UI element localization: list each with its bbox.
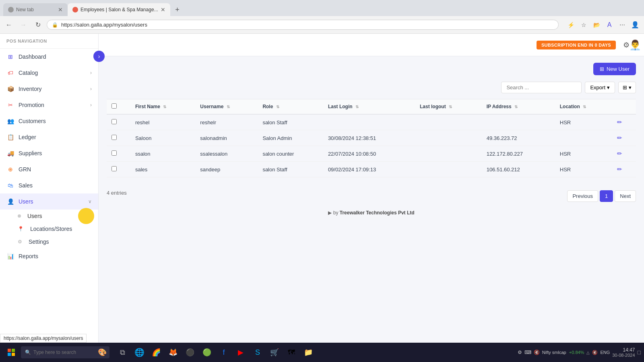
taskbar-skype[interactable]: S — [250, 344, 266, 360]
row-2-username: salonadmin — [195, 130, 258, 146]
row-3-firstname: ssalon — [130, 146, 195, 162]
row-4-last-logout — [415, 162, 482, 177]
avatar[interactable]: 👨‍💼 — [628, 38, 642, 52]
tab-salon[interactable]: Employees | Salon & Spa Manage... ✕ — [68, 3, 170, 16]
start-button[interactable] — [3, 344, 19, 360]
collections-button[interactable]: 📂 — [591, 19, 602, 31]
favorites-button[interactable]: ☆ — [578, 19, 589, 31]
up-arrow[interactable]: △ — [586, 350, 590, 355]
row-4-ip: 106.51.60.212 — [482, 162, 555, 177]
previous-button[interactable]: Previous — [567, 190, 598, 202]
sort-username[interactable]: ⇅ — [227, 105, 230, 109]
sidebar-sub-locations[interactable]: 📍 Locations/Stores — [0, 222, 98, 235]
location-dot: 📍 — [18, 226, 24, 232]
row-4-checkbox[interactable] — [111, 166, 117, 171]
sort-ip[interactable]: ⇅ — [514, 105, 518, 109]
mute-icon[interactable]: 🔇 — [592, 350, 598, 355]
row-4-role: salon Staff — [258, 162, 323, 177]
taskbar-files[interactable]: 📁 — [300, 344, 316, 360]
forward-button[interactable]: → — [18, 19, 29, 31]
sidebar-label-catalog: Catalog — [19, 70, 38, 76]
sidebar-item-customers[interactable]: 👥 Customers — [0, 113, 98, 129]
new-tab-button[interactable]: + — [172, 4, 183, 15]
svg-rect-2 — [8, 353, 11, 356]
tab-close-2[interactable]: ✕ — [161, 6, 165, 13]
new-user-button[interactable]: ⊞ Next New User — [593, 63, 636, 75]
sort-last-logout[interactable]: ⇅ — [449, 105, 452, 109]
sidebar-item-ledger[interactable]: 📋 Ledger — [0, 129, 98, 145]
profile-button[interactable]: A — [604, 19, 615, 31]
sidebar-item-promotion[interactable]: ✂ Promotion › — [0, 97, 98, 113]
tab-close-1[interactable]: ✕ — [58, 6, 63, 13]
tab-new-tab[interactable]: New tab ✕ — [3, 3, 68, 16]
search-input[interactable] — [501, 82, 582, 93]
svg-rect-3 — [12, 353, 15, 356]
taskbar-clock[interactable]: 14:47 30-08-2024 — [612, 347, 635, 358]
row-1-last-logout — [415, 114, 482, 130]
export-button[interactable]: Export ▾ — [585, 82, 615, 93]
row-2-firstname: Saloon — [130, 130, 195, 146]
edge-profile[interactable]: 👤 — [630, 19, 641, 31]
row-2-checkbox[interactable] — [111, 135, 117, 140]
footer-text: ▶ by — [328, 210, 339, 216]
taskbar-search-input[interactable] — [33, 350, 94, 355]
taskbar-store[interactable]: 🛒 — [266, 344, 283, 360]
row-4-edit-button[interactable]: ✏ — [617, 166, 622, 173]
row-3-checkbox[interactable] — [111, 150, 117, 156]
taskbar-colorful[interactable]: 🌈 — [148, 344, 164, 360]
extensions-button[interactable]: ⚡ — [565, 19, 576, 31]
refresh-button[interactable]: ↻ — [32, 19, 43, 31]
taskbar-indicators: ⚙ ⌨ 🔇 — [518, 350, 540, 355]
row-1-edit-button[interactable]: ✏ — [617, 119, 622, 126]
sidebar-label-sales: Sales — [19, 182, 33, 189]
row-1-checkbox[interactable] — [111, 119, 117, 124]
select-all-checkbox[interactable] — [111, 103, 117, 109]
sort-last-login[interactable]: ⇅ — [355, 105, 359, 109]
row-3-username: ssalessalon — [195, 146, 258, 162]
more-button[interactable]: ⋯ — [617, 19, 628, 31]
address-bar[interactable]: 🔒 https://salon.galla.app/mysalon/users — [47, 20, 559, 30]
taskbar-chrome[interactable]: 🟢 — [199, 344, 215, 360]
svg-rect-1 — [12, 349, 15, 352]
sidebar-item-dashboard[interactable]: ⊞ Dashboard — [0, 49, 98, 65]
taskbar-maps[interactable]: 🗺 — [283, 344, 299, 360]
sidebar-item-catalog[interactable]: 🏷 Catalog › — [0, 65, 98, 81]
sidebar-item-inventory[interactable]: 📦 Inventory › — [0, 81, 98, 97]
taskbar-red-circle[interactable]: ⚫ — [182, 344, 198, 360]
ledger-icon: 📋 — [6, 133, 14, 141]
sidebar-item-reports[interactable]: 📊 Reports — [0, 248, 98, 264]
speaker-icon[interactable]: 🔇 — [534, 350, 540, 355]
taskbar-search[interactable]: 🔍 🎨 — [21, 346, 109, 358]
sub-label-users: Users — [27, 213, 42, 219]
sort-location[interactable]: ⇅ — [583, 105, 586, 109]
sidebar-item-suppliers[interactable]: 🚚 Suppliers — [0, 145, 98, 161]
lang-indicator: ENG — [600, 350, 610, 355]
keyboard-icon[interactable]: ⌨ — [524, 350, 531, 355]
taskbar-youtube[interactable]: ▶ — [233, 344, 249, 360]
page-1-button[interactable]: 1 — [600, 190, 613, 202]
taskbar-firefox[interactable]: 🦊 — [165, 344, 181, 360]
sidebar-sub-users[interactable]: Users — [0, 210, 98, 222]
settings-tray-icon[interactable]: ⚙ — [518, 350, 522, 355]
row-3-edit-button[interactable]: ✏ — [617, 150, 622, 157]
taskbar-facebook[interactable]: f — [216, 344, 232, 360]
row-2-edit-button[interactable]: ✏ — [617, 134, 622, 142]
dashboard-icon: ⊞ — [6, 53, 14, 61]
sidebar-sub-settings[interactable]: ⚙ Settings — [0, 235, 98, 248]
notification-icon[interactable]: □ — [638, 349, 641, 356]
sidebar-item-grn[interactable]: ⊕ GRN — [0, 161, 98, 177]
sort-role[interactable]: ⇅ — [276, 105, 279, 109]
view-toggle-button[interactable]: ⊞ ▾ — [618, 82, 636, 93]
users-icon: 👤 — [6, 197, 14, 206]
sidebar-item-users[interactable]: 👤 Users ∨ — [0, 193, 98, 210]
row-4-location: HSR — [555, 162, 612, 177]
sidebar-label-grn: GRN — [19, 166, 31, 173]
next-button[interactable]: Next — [615, 190, 636, 202]
sidebar-item-sales[interactable]: 🛍 Sales — [0, 177, 98, 193]
sort-first-name[interactable]: ⇅ — [163, 105, 166, 109]
back-button[interactable]: ← — [3, 19, 14, 31]
taskbar-task-view[interactable]: ⧉ — [114, 344, 130, 360]
svg-rect-0 — [8, 349, 11, 352]
settings-dot: ⚙ — [18, 239, 22, 245]
taskbar-edge[interactable]: 🌐 — [131, 344, 147, 360]
